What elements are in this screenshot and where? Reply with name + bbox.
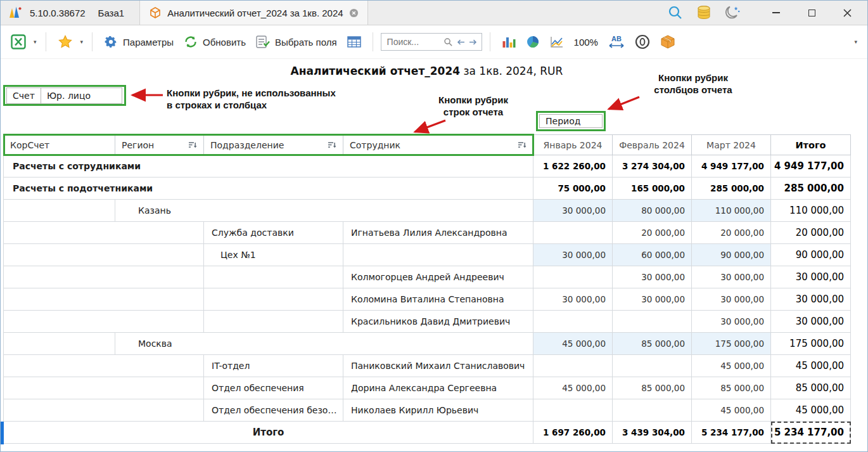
row-label-department[interactable]: Служба доставки [204,222,343,244]
column-header-1[interactable]: Февраль 2024 [613,135,692,155]
row-label-account[interactable]: Расчеты с подотчетниками [4,178,533,200]
minimize-button[interactable] [762,1,790,25]
value-cell[interactable]: 175 000,00 [771,333,851,355]
close-button[interactable] [833,1,861,25]
column-header-3[interactable]: Итого [771,135,851,155]
value-cell[interactable]: 30 000,00 [692,288,771,311]
value-cell[interactable]: 175 000,00 [692,333,771,355]
row-label-department[interactable]: Цех №1 [204,244,343,266]
row-rubric-button-2[interactable]: Подразделение [204,135,343,155]
value-cell[interactable]: 30 000,00 [533,200,613,222]
row-rubric-button-0[interactable]: КорСчет [4,135,115,155]
value-cell[interactable]: 20 000,00 [613,222,692,244]
value-cell[interactable]: 45 000,00 [533,333,613,355]
row-label-department[interactable]: Отдел обеспечения безо… [204,399,343,422]
value-cell[interactable]: 30 000,00 [692,311,771,333]
row-label-employee[interactable]: Николаев Кирилл Юрьевич [343,399,533,422]
value-cell[interactable]: 45 000,00 [692,399,771,422]
sleep-mode-icon[interactable] [724,4,741,21]
fit-width-button[interactable]: AB [604,32,629,52]
total-value-cell[interactable]: 1 697 260,00 [533,422,613,444]
package-button[interactable] [656,32,679,51]
row-label-department[interactable]: Отдел обеспечения [204,377,343,399]
value-cell[interactable]: 45 000,00 [533,377,613,399]
total-value-cell[interactable]: 5 234 177,00 [771,422,851,444]
value-cell[interactable]: 45 000,00 [692,355,771,377]
value-cell[interactable]: 60 000,00 [613,244,692,266]
row-label-account[interactable]: Расчеты с сотрудниками [4,155,533,178]
row-label-employee[interactable]: Дорина Александра Сергеевна [343,377,533,399]
favorites-dropdown-caret[interactable]: ▾ [79,39,85,45]
value-cell[interactable]: 285 000,00 [692,178,771,200]
maximize-button[interactable] [798,1,826,25]
document-tab[interactable]: Аналитический отчет_2024 за 1кв. 2024 [139,1,367,25]
line-chart-button[interactable] [546,33,568,51]
value-cell[interactable]: 75 000,00 [533,178,613,200]
value-cell[interactable] [613,399,692,422]
value-cell[interactable]: 3 274 304,00 [613,155,692,178]
search-prev-icon[interactable] [457,39,465,46]
value-cell[interactable]: 30 000,00 [692,266,771,288]
select-fields-button[interactable]: Выбрать поля [252,33,341,51]
toolbar-overflow-caret[interactable]: ▾ [853,39,858,45]
value-cell[interactable]: 30 000,00 [613,288,692,311]
parameters-button[interactable]: Параметры [100,32,177,51]
value-cell[interactable]: 1 622 260,00 [533,155,613,178]
value-cell[interactable]: 30 000,00 [771,288,851,311]
value-cell[interactable]: 85 000,00 [613,377,692,399]
value-cell[interactable]: 85 000,00 [613,333,692,355]
row-label-employee[interactable]: Красильников Давид Дмитриевич [343,311,533,333]
value-cell[interactable]: 4 949 177,00 [692,155,771,178]
value-cell[interactable]: 30 000,00 [533,244,613,266]
row-rubric-button-1[interactable]: Регион [115,135,204,155]
sort-icon[interactable] [518,141,527,149]
value-cell[interactable]: 110 000,00 [771,200,851,222]
value-cell[interactable]: 30 000,00 [533,288,613,311]
value-cell[interactable]: 30 000,00 [771,266,851,288]
pie-chart-button[interactable] [522,32,544,51]
row-label-region[interactable]: Москва [115,333,533,355]
value-cell[interactable]: 20 000,00 [692,222,771,244]
value-cell[interactable]: 90 000,00 [692,244,771,266]
sort-icon[interactable] [328,141,336,149]
database-icon[interactable] [696,4,712,21]
search-icon[interactable] [444,37,453,47]
value-cell[interactable]: 4 949 177,00 [771,155,851,178]
row-rubric-button-3[interactable]: Сотрудник [343,135,533,155]
row-label-employee[interactable]: Колмогорцев Андрей Андреевич [343,266,533,288]
zoom-level[interactable]: 100% [574,37,598,48]
value-cell[interactable] [613,311,692,333]
export-dropdown-caret[interactable]: ▾ [32,39,38,45]
total-value-cell[interactable]: 3 439 304,00 [613,422,692,444]
global-search-icon[interactable] [667,4,684,21]
row-label-employee[interactable]: Игнатьева Лилия Александровна [343,222,533,244]
search-next-icon[interactable] [469,39,477,46]
value-cell[interactable] [613,355,692,377]
period-rubric-button[interactable]: Период [539,114,603,128]
value-cell[interactable]: 45 000,00 [771,399,851,422]
total-label[interactable]: Итого [4,422,533,444]
value-cell[interactable]: 85 000,00 [692,377,771,399]
row-label-department[interactable]: IT-отдел [204,355,343,377]
total-value-cell[interactable]: 5 234 177,00 [692,422,771,444]
column-header-2[interactable]: Март 2024 [692,135,771,155]
unused-rubric-button-1[interactable]: Юр. лицо [41,87,122,104]
unused-rubric-button-0[interactable]: Счет [6,87,41,104]
value-cell[interactable] [533,222,613,244]
value-cell[interactable]: 110 000,00 [692,200,771,222]
value-cell[interactable]: 165 000,00 [613,178,692,200]
value-cell[interactable] [533,399,613,422]
value-cell[interactable] [533,311,613,333]
sort-icon[interactable] [188,141,197,149]
refresh-button[interactable]: Обновить [180,32,250,51]
tab-close-icon[interactable] [349,8,359,18]
value-cell[interactable]: 285 000,00 [771,178,851,200]
row-label-region[interactable]: Казань [115,200,533,222]
value-cell[interactable]: 30 000,00 [771,311,851,333]
value-cell[interactable] [533,266,613,288]
search-input[interactable] [386,36,440,48]
value-cell[interactable]: 30 000,00 [613,266,692,288]
value-cell[interactable]: 80 000,00 [613,200,692,222]
value-cell[interactable]: 90 000,00 [771,244,851,266]
export-excel-button[interactable] [7,32,30,52]
